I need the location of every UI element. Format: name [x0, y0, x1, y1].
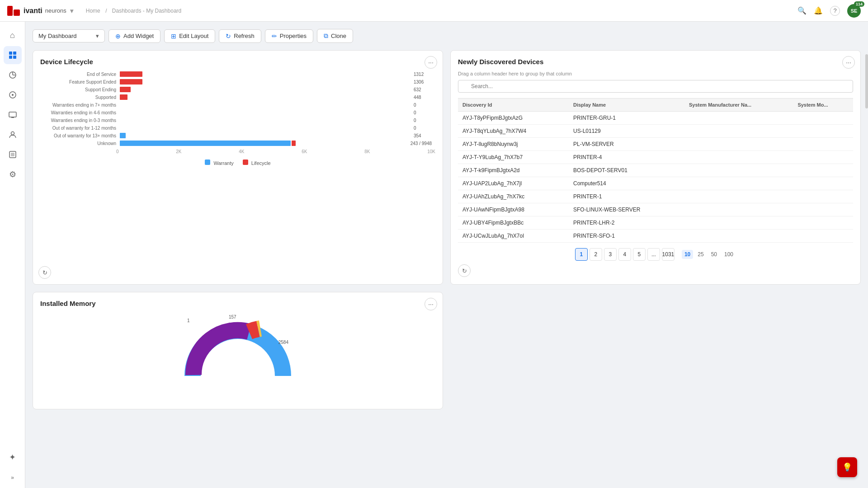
- chart-row: Feature Support Ended1306: [44, 79, 432, 85]
- page-size-btn[interactable]: 25: [695, 250, 706, 259]
- search-icon[interactable]: 🔍: [797, 6, 807, 15]
- page-button[interactable]: 1: [575, 248, 588, 261]
- clone-label: Clone: [331, 33, 346, 39]
- ndd-refresh-button[interactable]: ↻: [458, 264, 471, 277]
- newly-discovered-title: Newly Discovered Devices: [458, 58, 853, 66]
- main-content: My Dashboard ▾ ⊕ Add Widget ⊞ Edit Layou…: [25, 22, 868, 488]
- page-size-btn[interactable]: 100: [722, 250, 736, 259]
- chart-row: Warranties ending in 4-6 months0: [44, 109, 432, 116]
- chart-row: Support Ending632: [44, 86, 432, 93]
- table-row[interactable]: AYJ-UAP2LubAg_7hX7jlComputer514: [458, 177, 853, 190]
- newly-discovered-menu-button[interactable]: ···: [842, 56, 855, 69]
- sidebar-item-settings2[interactable]: ⚙: [4, 165, 22, 183]
- sidebar-item-users[interactable]: [4, 126, 22, 144]
- dashboard-selector[interactable]: My Dashboard ▾: [33, 29, 105, 42]
- edit-icon: ⊞: [171, 33, 176, 40]
- properties-label: Properties: [280, 33, 307, 39]
- donut-label-2584: 2584: [278, 340, 288, 345]
- device-lifecycle-title: Device Lifecycle: [40, 58, 435, 66]
- table-row[interactable]: AYJ-UAhZLubAg_7hX7kcPRINTER-1: [458, 190, 853, 203]
- page-button[interactable]: 3: [604, 248, 617, 261]
- donut-label-157: 157: [229, 314, 236, 319]
- breadcrumb-sep: /: [105, 8, 107, 14]
- page-size-btn[interactable]: 50: [708, 250, 720, 259]
- lifecycle-legend-dot: [243, 160, 248, 165]
- sidebar-item-hardware[interactable]: [4, 145, 22, 164]
- avatar-initials: SE: [851, 8, 858, 14]
- donut-chart-container: 1 157 2584: [40, 313, 435, 385]
- col-display-name[interactable]: Display Name: [569, 99, 684, 112]
- table-row[interactable]: AYJ-T-k9FipmBJgtxA2dBOS-DEPOT-SERV01: [458, 164, 853, 177]
- dashboard-name: My Dashboard: [38, 33, 77, 39]
- help-icon-symbol: 💡: [842, 462, 852, 472]
- breadcrumb-current: Dashboards - My Dashboard: [112, 8, 181, 14]
- table-row[interactable]: AYJ-UCwJLubAg_7hX7olPRINTER-SFO-1: [458, 230, 853, 243]
- newly-discovered-widget: Newly Discovered Devices ··· Drag a colu…: [450, 50, 861, 285]
- device-search-input[interactable]: [458, 80, 853, 93]
- chart-legend: Warranty Lifecycle: [40, 160, 435, 166]
- devices-table: Discovery Id Display Name System Manufac…: [458, 98, 853, 243]
- bell-icon[interactable]: 🔔: [814, 6, 823, 15]
- col-discovery-id[interactable]: Discovery Id: [458, 99, 569, 112]
- svg-rect-4: [9, 56, 12, 59]
- pagination: 12345...1031102550100: [458, 248, 853, 261]
- device-lifecycle-menu-button[interactable]: ···: [425, 56, 437, 69]
- add-icon: ⊕: [115, 33, 121, 40]
- avatar[interactable]: 114 SE: [847, 4, 861, 18]
- page-size-btn[interactable]: 10: [682, 250, 693, 259]
- sidebar-item-discovery[interactable]: [4, 86, 22, 104]
- add-widget-label: Add Widget: [123, 33, 154, 39]
- svg-rect-0: [7, 6, 13, 16]
- clone-button[interactable]: ⧉ Clone: [317, 29, 353, 43]
- lifecycle-refresh-button[interactable]: ↻: [38, 266, 51, 279]
- logo: ivanti neurons ▾: [7, 6, 73, 16]
- device-lifecycle-widget: Device Lifecycle ··· End of Service1312F…: [33, 50, 443, 285]
- breadcrumb-home[interactable]: Home: [86, 8, 100, 14]
- table-row[interactable]: AYJ-UBY4FipmBJgtxBBcPRINTER-LHR-2: [458, 216, 853, 230]
- refresh-button[interactable]: ↻ Refresh: [219, 29, 261, 43]
- help-button[interactable]: 💡: [837, 457, 857, 477]
- table-row[interactable]: AYJ-T8yPFipmBJgtxAzGPRINTER-GRU-1: [458, 112, 853, 125]
- page-button[interactable]: ...: [647, 248, 660, 261]
- sidebar-item-home[interactable]: ⌂: [4, 26, 22, 44]
- breadcrumb: Home / Dashboards - My Dashboard: [84, 8, 183, 14]
- ndd-subtitle: Drag a column header here to group by th…: [458, 71, 853, 76]
- sidebar-item-devices[interactable]: [4, 106, 22, 124]
- svg-rect-12: [11, 153, 14, 156]
- table-row[interactable]: AYJ-UAwNFipmBJgtxA98SFO-LINUX-WEB-SERVER: [458, 203, 853, 216]
- page-button[interactable]: 2: [590, 248, 602, 261]
- warranty-legend-dot: [205, 160, 210, 165]
- page-button[interactable]: 5: [633, 248, 646, 261]
- help-icon[interactable]: ?: [830, 6, 840, 16]
- sidebar: ⌂ ⚙ ✦ »: [0, 22, 25, 488]
- table-row[interactable]: AYJ-T-Y9LubAg_7hX7b7PRINTER-4: [458, 151, 853, 164]
- dashboard-grid: Device Lifecycle ··· End of Service1312F…: [33, 50, 861, 409]
- table-row[interactable]: AYJ-T-llugR8bNuynw3jPL-VM-SERVER: [458, 138, 853, 151]
- page-size-buttons: 102550100: [682, 250, 736, 259]
- search-wrap: 🔍: [458, 80, 853, 93]
- installed-memory-title: Installed Memory: [40, 300, 435, 307]
- sidebar-item-dashboard[interactable]: [4, 46, 22, 64]
- donut-chart-svg: [184, 313, 292, 394]
- logo-subtext: neurons: [45, 7, 66, 14]
- edit-layout-button[interactable]: ⊞ Edit Layout: [164, 29, 215, 43]
- installed-memory-menu-button[interactable]: ···: [425, 298, 437, 310]
- page-button[interactable]: 1031: [662, 248, 675, 261]
- table-row[interactable]: AYJ-T8qYLubAg_7hX7W4US-L01129: [458, 125, 853, 138]
- chart-row: Out of warranty for 13+ months354: [44, 132, 432, 139]
- sidebar-item-groups[interactable]: ✦: [4, 448, 22, 466]
- svg-point-10: [11, 132, 14, 135]
- scrollbar[interactable]: [865, 54, 868, 108]
- chart-xaxis: 0 2K 4K 6K 8K 10K: [116, 149, 435, 154]
- col-sys-model[interactable]: System Mo...: [793, 99, 853, 112]
- add-widget-button[interactable]: ⊕ Add Widget: [108, 29, 160, 43]
- chart-row: Warranties ending in 7+ months0: [44, 102, 432, 108]
- properties-button[interactable]: ✏ Properties: [265, 29, 313, 43]
- sidebar-expand-button[interactable]: »: [7, 471, 18, 484]
- refresh-icon: ↻: [226, 33, 231, 40]
- col-sys-mfr[interactable]: System Manufacturer Na...: [684, 99, 793, 112]
- page-button[interactable]: 4: [618, 248, 631, 261]
- svg-rect-5: [13, 56, 16, 59]
- legend-lifecycle: Lifecycle: [243, 160, 271, 166]
- sidebar-item-reports[interactable]: [4, 66, 22, 84]
